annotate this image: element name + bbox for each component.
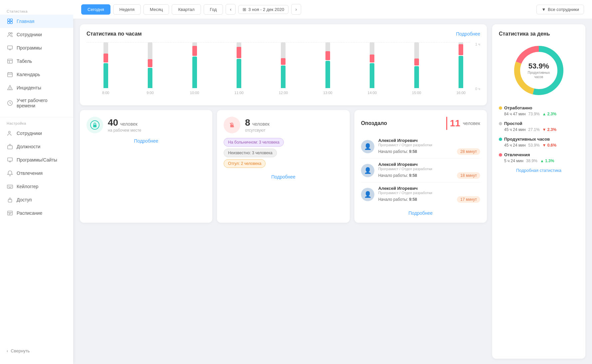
late-link[interactable]: Подробнее	[409, 210, 433, 216]
bottom-row: 40 человек на рабочем месте Подробнее	[80, 110, 487, 223]
sidebar-item-sites-label: Программы/Сайты	[17, 157, 57, 163]
stat-change-distractions: ▲ 1.3%	[540, 159, 554, 163]
keyboard-icon	[7, 183, 13, 190]
sidebar-item-sites[interactable]: Программы/Сайты	[0, 153, 73, 167]
collapse-label: Свернуть	[11, 348, 30, 353]
bar-gray-4	[281, 42, 286, 58]
sidebar-item-calendar[interactable]: Календарь	[0, 68, 73, 81]
sidebar-item-keylogger[interactable]: Кейлоггер	[0, 180, 73, 193]
bar-green-7	[414, 66, 419, 88]
users-icon	[7, 31, 13, 38]
y-max: 1 ч	[475, 42, 480, 46]
clock-icon	[7, 100, 13, 106]
stat-label-idle: Простой	[504, 121, 522, 126]
person-role-2: Програмист / Отдел разработки	[378, 167, 480, 171]
lock-icon	[7, 196, 13, 203]
bar-gray-2	[192, 42, 197, 46]
collapse-sidebar[interactable]: ‹ Свернуть	[0, 344, 73, 357]
avatar-1: 👤	[361, 140, 374, 153]
bar-label-5: 13:00	[323, 91, 332, 95]
absent-count: 8	[245, 117, 250, 128]
person-start-2: Начало работы: 9:58	[378, 173, 417, 178]
sidebar-item-tabel[interactable]: Табель	[0, 55, 73, 68]
main-area: Сегодня Неделя Месяц Квартал Год ‹ ⊞ 3 н…	[73, 0, 592, 364]
bar-label-7: 15:00	[412, 91, 421, 95]
late-badge: 11 человек	[446, 117, 480, 130]
bar-group-4: 12:00	[264, 42, 302, 91]
next-period-button[interactable]: ›	[291, 4, 301, 15]
tab-month[interactable]: Месяц	[143, 4, 169, 15]
svg-rect-7	[8, 59, 12, 63]
svg-rect-25	[8, 199, 12, 202]
late-card: Опоздало 11 человек 👤 Алексей Игоревич	[354, 110, 487, 223]
tab-year[interactable]: Год	[204, 4, 223, 15]
absent-icon	[224, 117, 240, 133]
svg-rect-6	[8, 46, 12, 49]
date-range[interactable]: ⊞ 3 ноя - 2 дек 2020	[238, 5, 289, 14]
bar-green-4	[281, 65, 286, 88]
stat-pct-productive: 53.9%	[528, 143, 540, 148]
chart-card: Статистика по часам Подробнее 8:009:0010…	[80, 24, 487, 105]
sidebar-item-access[interactable]: Доступ	[0, 193, 73, 206]
bar-group-3: 11:00	[220, 42, 258, 91]
absent-link[interactable]: Подробнее	[271, 174, 296, 180]
filter-employees-button[interactable]: ▼ Все сотрудники	[536, 5, 584, 14]
absent-unit: человек	[252, 121, 270, 127]
users-settings-icon	[7, 130, 13, 137]
at-work-card: 40 человек на рабочем месте Подробнее	[80, 110, 212, 223]
sidebar-item-worktime[interactable]: Учет рабочего времени	[0, 94, 73, 112]
at-work-icon	[87, 117, 103, 133]
late-persons-list: 👤 Алексей Игоревич Програмист / Отдел ра…	[361, 135, 480, 206]
calendar-icon	[7, 71, 13, 78]
schedule-icon	[7, 210, 13, 216]
sidebar-item-schedule[interactable]: Расписание	[0, 206, 73, 220]
svg-point-17	[9, 131, 10, 133]
bar-red-2	[192, 46, 197, 56]
bar-gray-3	[237, 42, 241, 47]
bar-gray-5	[325, 42, 330, 51]
sidebar-item-positions[interactable]: Должности	[0, 140, 73, 153]
tab-today[interactable]: Сегодня	[81, 4, 110, 15]
svg-point-5	[11, 33, 12, 34]
late-divider	[446, 117, 447, 130]
svg-rect-18	[8, 146, 12, 149]
absent-card: 8 человек отсутсвуют На больничном: 3 че…	[217, 110, 349, 223]
bar-label-2: 10:00	[190, 91, 199, 95]
stat-label-worked: Отработанно	[504, 105, 532, 110]
sidebar-item-employees-label: Сотрудники	[17, 32, 42, 37]
prev-period-button[interactable]: ‹	[226, 4, 236, 15]
at-work-link[interactable]: Подробнее	[134, 138, 158, 144]
bar-group-0: 8:00	[87, 42, 125, 91]
bar-group-1: 9:00	[131, 42, 169, 91]
sidebar-item-programs[interactable]: Программы	[0, 41, 73, 55]
bar-green-1	[148, 68, 152, 88]
detailed-stats-link[interactable]: Подробная статистика	[499, 168, 579, 173]
late-person-1: 👤 Алексей Игоревич Програмист / Отдел ра…	[361, 135, 480, 159]
at-work-desc: на рабочем месте	[108, 128, 141, 133]
person-start-1: Начало работы: 9:58	[378, 149, 417, 154]
sidebar-item-settings-employees[interactable]: Сотрудники	[0, 127, 73, 140]
stat-pct-worked: 73.9%	[528, 112, 540, 116]
bar-group-2: 10:00	[175, 42, 214, 91]
table-icon	[7, 58, 13, 64]
bar-label-0: 8:00	[102, 91, 109, 95]
tab-quarter[interactable]: Квартал	[172, 4, 201, 15]
person-name-3: Алексей Игоревич	[378, 186, 480, 191]
sidebar-item-home[interactable]: Главная	[0, 15, 73, 28]
bar-red-5	[325, 51, 330, 60]
chart-detail-link[interactable]: Подробнее	[456, 31, 480, 37]
bell-icon	[7, 170, 13, 177]
sidebar-item-home-label: Главная	[17, 19, 34, 24]
sidebar-item-distractions[interactable]: Отвлечения	[0, 167, 73, 180]
sidebar-item-employees[interactable]: Сотрудники	[0, 28, 73, 41]
stat-row-worked: Отработанно 84 ч 47 мин 73.9% ▲ 2.3%	[499, 105, 579, 116]
person-name-1: Алексей Игоревич	[378, 138, 480, 143]
sidebar-item-incidents[interactable]: Инциденты	[0, 81, 73, 94]
stat-time-distractions: 5 ч 24 мин	[504, 159, 523, 163]
svg-rect-3	[10, 22, 12, 24]
donut-chart: 53.9% Продуктивных часов	[510, 42, 567, 99]
person-role-1: Програмист / Отдел разработки	[378, 143, 480, 147]
monitor-icon	[7, 45, 13, 51]
late-title: Опоздало	[361, 120, 387, 126]
tab-week[interactable]: Неделя	[113, 4, 141, 15]
